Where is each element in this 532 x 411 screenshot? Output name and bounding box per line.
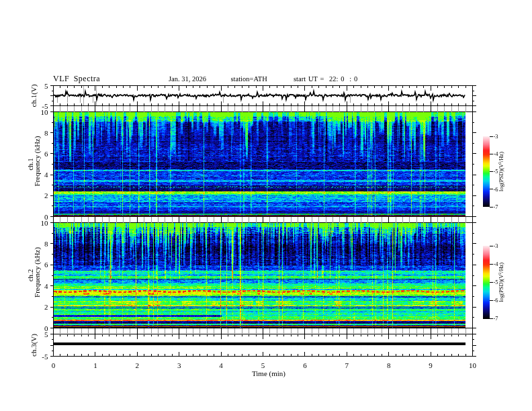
svg-text:start UT = 22: 0 : 0: start UT = 22: 0 : 0: [294, 75, 357, 83]
svg-text:Jan. 31, 2026: Jan. 31, 2026: [169, 75, 206, 83]
svg-text:6: 6: [44, 150, 48, 158]
svg-text:log(PSD)(V2/Hz): log(PSD)(V2/Hz): [498, 152, 504, 191]
svg-text:station=ATH: station=ATH: [231, 75, 268, 83]
svg-text:ch.3(V): ch.3(V): [30, 334, 38, 357]
svg-text:2: 2: [44, 191, 48, 199]
svg-text:5: 5: [44, 82, 48, 90]
svg-text:-3: -3: [494, 242, 498, 249]
svg-text:7: 7: [345, 361, 349, 369]
svg-text:8: 8: [44, 240, 48, 248]
svg-text:6: 6: [44, 261, 48, 269]
svg-text:log(PSD)(V2/Hz): log(PSD)(V2/Hz): [498, 263, 504, 302]
svg-text:4: 4: [219, 361, 223, 369]
svg-text:-3: -3: [494, 133, 498, 140]
svg-text:VLF Spectra: VLF Spectra: [53, 74, 100, 83]
svg-text:Time (min): Time (min): [252, 369, 285, 378]
svg-text:0: 0: [52, 361, 56, 369]
svg-text:8: 8: [44, 129, 48, 137]
svg-text:-5: -5: [42, 353, 48, 361]
svg-text:0: 0: [44, 213, 48, 221]
svg-text:9: 9: [429, 361, 433, 369]
svg-text:1: 1: [93, 361, 97, 369]
svg-text:6: 6: [303, 361, 307, 369]
svg-text:3: 3: [177, 361, 181, 369]
svg-text:ch.1(V): ch.1(V): [30, 84, 38, 107]
svg-text:4: 4: [44, 282, 48, 290]
svg-text:Frequency (kHz): Frequency (kHz): [33, 247, 42, 298]
svg-text:2: 2: [136, 361, 140, 369]
svg-text:4: 4: [44, 171, 48, 179]
svg-text:0: 0: [44, 324, 48, 332]
svg-text:2: 2: [44, 303, 48, 311]
svg-text:8: 8: [387, 361, 391, 369]
svg-text:-7: -7: [494, 315, 498, 322]
svg-text:-7: -7: [494, 203, 498, 210]
svg-text:10: 10: [469, 361, 477, 369]
svg-text:10: 10: [41, 108, 49, 116]
svg-text:Frequency (kHz): Frequency (kHz): [33, 136, 42, 186]
svg-text:5: 5: [261, 361, 265, 369]
